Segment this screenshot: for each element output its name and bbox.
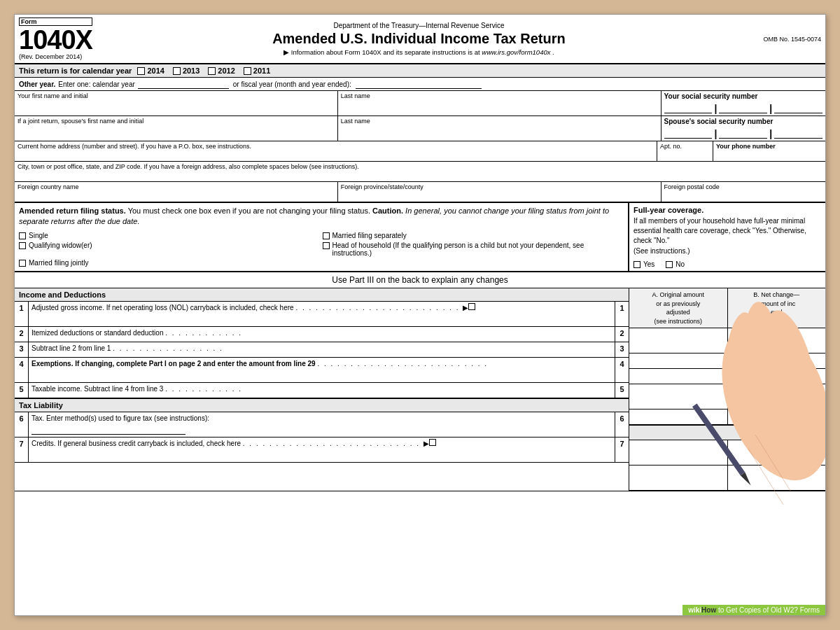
year-2012-item[interactable]: 2012 [208, 66, 234, 75]
spouse-ssn-box-1[interactable] [664, 129, 713, 139]
ssn-field[interactable]: | | [664, 103, 822, 114]
foreign-row: Foreign country name Foreign province/st… [15, 182, 825, 203]
year-2013-item[interactable]: 2013 [173, 66, 200, 75]
col-b-header-text: B. Net change— amount of inc expl [753, 291, 799, 316]
year-2012-checkbox[interactable] [208, 67, 216, 75]
spouse-first-name-value[interactable] [18, 125, 335, 135]
line3-dots: . . . . . . . . . . . . . . . . . [113, 344, 223, 352]
spouse-last-name-value[interactable] [341, 125, 658, 135]
filing-status-bold-title: Amended return filing status. [19, 206, 126, 215]
ssn-box-3[interactable] [774, 104, 822, 113]
city-cell: City, town or post office, state, and ZI… [15, 162, 825, 181]
income-header-text: Income and Deductions [19, 290, 106, 299]
income-line4-row: 4 Exemptions. If changing, complete Part… [15, 358, 629, 383]
calendar-year-label: This return is for calendar year [19, 66, 132, 75]
qualifying-widow-checkbox[interactable] [19, 242, 26, 249]
first-name-value[interactable] [18, 100, 335, 110]
single-item[interactable]: Single [19, 232, 321, 239]
yes-checkbox[interactable] [634, 261, 640, 268]
ssn-box-1[interactable] [664, 104, 713, 113]
line4-dots: . . . . . . . . . . . . . . . . . . . . … [317, 360, 488, 368]
income-left: Income and Deductions 1 Adjusted gross i… [15, 288, 629, 491]
married-separately-checkbox[interactable] [323, 232, 330, 239]
last-name-cell: Last name [338, 91, 662, 115]
year-2011-label: 2011 [253, 66, 270, 75]
instruction-prefix: ▶ Information about Form 1040X and its s… [284, 48, 479, 56]
head-of-household-item[interactable]: Head of household (If the qualifying per… [323, 241, 624, 257]
line3-num: 3 [15, 342, 29, 357]
spouse-ssn-field[interactable]: | | [664, 128, 822, 139]
line1-checkbox[interactable] [468, 303, 475, 310]
line6-method-input[interactable] [31, 425, 186, 435]
ssn-label: Your social security number [664, 92, 758, 100]
married-separately-label: Married filing separately [332, 232, 407, 239]
form-container: Form 1040X (Rev. December 2014) Departme… [15, 15, 825, 615]
spouse-last-name-label: Last name [341, 118, 658, 125]
foreign-province-value[interactable] [341, 190, 658, 200]
other-year-row: Other year. Enter one: calendar year or … [15, 78, 825, 91]
line5-content: Taxable income. Subtract line 4 from lin… [29, 383, 615, 398]
yes-item[interactable]: Yes [634, 260, 654, 268]
married-jointly-item[interactable]: Married filing jointly [19, 259, 321, 267]
income-line7-row: 7 Credits. If general business credit ca… [15, 438, 629, 463]
last-name-value[interactable] [341, 100, 658, 110]
coverage-title: Full-year coverage. [634, 206, 821, 214]
income-right: A. Original amount or as previously adju… [629, 288, 825, 491]
line5-data [629, 410, 825, 425]
city-value[interactable] [18, 170, 822, 180]
address-cell: Current home address (number and street)… [15, 141, 657, 161]
spouse-ssn-box-3[interactable] [774, 129, 822, 139]
ssn-box-2[interactable] [719, 104, 767, 113]
line4-col-a [629, 384, 728, 409]
address-row: Current home address (number and street)… [15, 141, 825, 162]
line1-content: Adjusted gross income. If net operating … [29, 302, 615, 326]
line2-right-num: 2 [615, 327, 629, 342]
married-jointly-checkbox[interactable] [19, 260, 26, 267]
no-item[interactable]: No [666, 260, 685, 268]
line2-content: Itemized deductions or standard deductio… [29, 327, 615, 342]
line1-num: 1 [15, 302, 29, 326]
foreign-country-label: Foreign country name [18, 183, 335, 190]
line1-dots: . . . . . . . . . . . . . . . . . . . . … [295, 304, 463, 312]
first-name-cell: Your first name and initial [15, 91, 338, 115]
line6-col-b [728, 440, 826, 465]
first-name-label: Your first name and initial [18, 92, 335, 99]
filing-status-title: Amended return filing status. You must c… [19, 206, 624, 227]
fiscal-year-input[interactable] [356, 79, 482, 89]
married-separately-item[interactable]: Married filing separately [323, 232, 624, 239]
col-a-header-text: A. Original amount or as previously adju… [652, 291, 704, 325]
year-2011-item[interactable]: 2011 [244, 66, 270, 75]
spouse-ssn-sep-1: | [714, 128, 717, 139]
part3-text: Use Part III on the back to explain any … [332, 275, 507, 285]
other-year-label: Other year. [19, 80, 55, 88]
spouse-ssn-sep-2: | [769, 128, 772, 139]
wikihow-bar: wikiHow to Get Copies of Old W2? Forms [682, 605, 825, 615]
other-year-input[interactable] [138, 79, 229, 89]
line2-num: 2 [15, 327, 29, 342]
line2-col-b [728, 354, 826, 368]
year-2014-checkbox[interactable] [137, 67, 145, 75]
form-header: Form 1040X (Rev. December 2014) Departme… [15, 15, 825, 64]
year-2014-item[interactable]: 2014 [137, 66, 164, 75]
foreign-country-value[interactable] [18, 190, 335, 200]
caution-label: Caution. [372, 206, 403, 215]
no-checkbox[interactable] [666, 261, 673, 268]
address-value[interactable] [18, 150, 654, 160]
yes-label: Yes [643, 260, 654, 268]
single-checkbox[interactable] [19, 232, 26, 239]
foreign-postal-cell: Foreign postal code [662, 182, 825, 202]
head-of-household-checkbox[interactable] [323, 242, 330, 249]
foreign-postal-value[interactable] [664, 190, 822, 200]
spouse-ssn-cell: Spouse's social security number | | [662, 116, 825, 141]
fiscal-year-label: or fiscal year (month and year ended): [233, 80, 351, 88]
year-2012-label: 2012 [218, 66, 234, 75]
spouse-ssn-box-2[interactable] [719, 129, 767, 139]
spouse-last-name-cell: Last name [338, 116, 662, 141]
year-2011-checkbox[interactable] [244, 67, 251, 75]
line7-content: Credits. If general business credit carr… [29, 438, 615, 462]
qualifying-widow-item[interactable]: Qualifying widow(er) [19, 241, 321, 257]
year-2013-checkbox[interactable] [173, 67, 181, 75]
form-number: 1040X [19, 27, 92, 53]
spouse-first-name-label: If a joint return, spouse's first name a… [18, 118, 335, 125]
line7-checkbox[interactable] [429, 439, 436, 446]
